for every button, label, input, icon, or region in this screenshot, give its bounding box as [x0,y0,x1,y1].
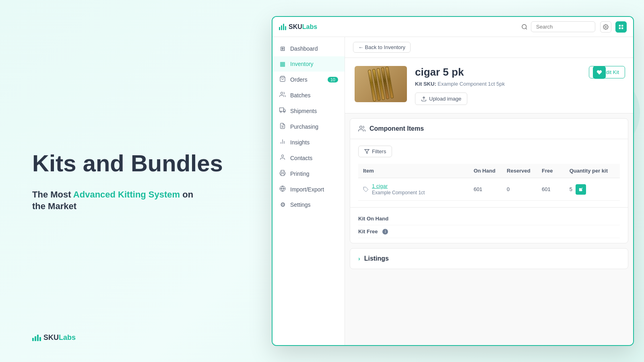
product-image [355,66,407,102]
settings-icon-btn[interactable] [600,21,611,33]
component-items-body: Filters Item On Hand Reserved Free Quant… [350,139,628,207]
bottom-logo-text: SKULabs [43,333,76,342]
sidebar-item-insights[interactable]: Insights [272,134,345,150]
upload-image-btn[interactable]: Upload image [415,93,467,105]
app-container: SKULabs ⊞ Dashboard [262,0,644,362]
sidebar-item-shipments[interactable]: Shipments [272,103,345,119]
tag-icon [363,187,369,192]
product-sku: Kit SKU: Example Component 1ct 5pk [415,81,623,87]
kit-on-hand-row: Kit On Hand [358,212,620,225]
batches-icon [279,91,286,99]
search-area [521,21,595,32]
settings-sidebar-icon: ⚙ [279,201,286,208]
cigar-visual [367,66,394,102]
contacts-icon [279,154,286,162]
filters-btn[interactable]: Filters [358,146,392,157]
item-quantity: 5 [565,178,620,201]
listings-section: › Listings [350,248,628,269]
orders-badge: 10 [328,77,338,82]
printing-icon [279,170,286,177]
skulabs-logo: SKULabs [279,23,317,31]
inventory-icon: ▦ [279,60,286,68]
bottom-logo-bars-icon [32,335,41,341]
svg-point-21 [360,126,362,128]
purchasing-icon [279,123,286,130]
sidebar-item-orders[interactable]: Orders 10 [272,72,345,87]
svg-point-16 [281,155,283,157]
sidebar-item-purchasing[interactable]: Purchasing [272,119,345,134]
upload-icon [421,96,427,102]
app-body: ⊞ Dashboard ▦ Inventory Orders 10 [272,37,633,345]
svg-rect-8 [280,108,284,111]
main-content: ← Back to Inventory [345,37,633,345]
svg-point-10 [284,111,285,113]
col-header-item: Item [358,164,469,178]
item-name-cell: 1 cigar Example Component 1ct [358,178,469,201]
svg-rect-2 [619,25,621,26]
component-items-title: Component Items [369,125,424,132]
item-free: 601 [537,178,565,201]
svg-point-7 [281,92,283,94]
svg-point-9 [280,111,281,113]
kit-free-row: Kit Free i [358,225,620,238]
sidebar: ⊞ Dashboard ▦ Inventory Orders 10 [272,37,345,345]
back-to-inventory-btn[interactable]: ← Back to Inventory [353,42,411,53]
component-items-table: Item On Hand Reserved Free Quantity per … [358,164,620,201]
col-header-onhand: On Hand [469,164,502,178]
col-header-reserved: Reserved [502,164,537,178]
search-input[interactable] [531,21,595,32]
insights-icon [279,138,286,146]
svg-rect-17 [281,173,284,175]
svg-point-0 [522,25,526,29]
listings-header[interactable]: › Listings [350,249,628,269]
kit-footer: Kit On Hand Kit Free i [350,207,628,243]
grid-icon-btn[interactable] [615,21,627,33]
favorite-btn[interactable] [593,66,606,79]
svg-marker-22 [365,150,369,154]
dashboard-icon: ⊞ [279,45,286,52]
marketing-panel: Kits and Bundles The Most Advanced Kitti… [0,0,274,362]
logo-bars-icon [279,24,286,30]
hero-subtitle: The Most Advanced Kitting System on the … [32,188,242,212]
col-header-free: Free [537,164,565,178]
sidebar-item-import-export[interactable]: Import/Export [272,181,345,197]
shipments-icon [279,107,286,115]
search-icon [521,24,528,30]
item-onhand: 601 [469,178,502,201]
section-header-component-items: Component Items [350,119,628,139]
kit-free-info-icon[interactable]: i [382,229,388,234]
sidebar-item-contacts[interactable]: Contacts [272,150,345,166]
listings-title: Listings [364,255,389,262]
sidebar-item-dashboard[interactable]: ⊞ Dashboard [272,41,345,56]
orders-icon [279,76,286,83]
component-items-section: Component Items Filters Item On Hand [350,118,628,243]
filter-icon [364,149,369,154]
component-items-icon [358,125,365,132]
product-header: cigar 5 pk Kit SKU: Example Component 1c… [345,58,633,113]
sidebar-item-inventory[interactable]: ▦ Inventory [272,56,345,72]
top-bar: SKULabs [272,17,633,37]
svg-rect-4 [619,27,621,29]
import-export-icon [279,185,286,193]
bottom-logo: SKULabs [32,333,76,342]
item-name-link[interactable]: 1 cigar [372,183,425,189]
item-sub: Example Component 1ct [372,190,425,195]
sidebar-item-batches[interactable]: Batches [272,87,345,103]
logo-text: SKULabs [289,23,317,31]
svg-rect-5 [621,27,623,29]
top-bar-icons [600,21,627,33]
qty-edit-btn[interactable] [576,184,586,195]
svg-rect-3 [621,25,623,26]
hero-title: Kits and Bundles [32,150,242,176]
app-window: SKULabs ⊞ Dashboard [272,16,634,346]
svg-point-1 [605,26,607,28]
breadcrumb-bar: ← Back to Inventory [345,37,633,58]
listings-chevron-icon: › [358,255,360,262]
sidebar-item-printing[interactable]: Printing [272,166,345,181]
col-header-qty: Quantity per kit [565,164,620,178]
sidebar-item-settings[interactable]: ⚙ Settings [272,197,345,212]
item-reserved: 0 [502,178,537,201]
table-row: 1 cigar Example Component 1ct 601 0 601 [358,178,620,201]
